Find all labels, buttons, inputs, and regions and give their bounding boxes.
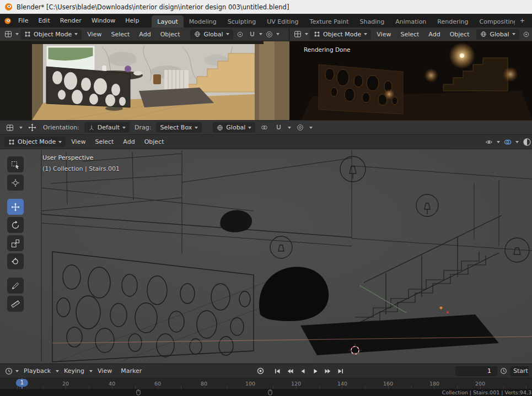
proportional-editing-icon[interactable] — [264, 30, 275, 39]
move-tool[interactable] — [7, 199, 24, 215]
current-frame-field[interactable]: 1 — [455, 366, 497, 376]
preview-viewports: › ‹› — [0, 41, 532, 120]
main-3d-viewport[interactable]: User Perspective (1) Collection | Stairs… — [0, 149, 532, 364]
menu-object[interactable]: Object — [141, 137, 168, 147]
clock-icon[interactable] — [498, 366, 509, 376]
chevron-down-icon[interactable] — [497, 141, 500, 143]
tab-animation[interactable]: Animation — [390, 15, 432, 28]
chevron-down-icon[interactable] — [288, 127, 291, 129]
jump-to-start-icon[interactable] — [272, 366, 283, 376]
tab-texture-paint[interactable]: Texture Paint — [304, 15, 354, 28]
start-frame-field[interactable]: Start — [510, 366, 529, 376]
transform-tool[interactable] — [7, 253, 24, 269]
active-collection-label: (1) Collection | Stairs.001 — [42, 165, 120, 172]
drag-dropdown[interactable]: Select Box — [156, 122, 202, 133]
menu-add[interactable]: Add — [135, 30, 154, 39]
mouse-icon — [268, 389, 272, 396]
snap-target-icon[interactable] — [259, 123, 270, 132]
menu-render[interactable]: Render — [55, 15, 87, 26]
menu-playback[interactable]: Playback — [20, 366, 55, 376]
shading-sphere-icon[interactable] — [521, 137, 532, 148]
tab-uv-editing[interactable]: UV Editing — [261, 15, 304, 28]
tab-rendering[interactable]: Rendering — [432, 15, 474, 28]
menu-add[interactable]: Add — [119, 137, 138, 147]
mode-dropdown[interactable]: Object Mode — [20, 29, 82, 40]
render-preview-night[interactable]: Rendering Done — [289, 41, 532, 120]
chevron-down-icon[interactable] — [15, 33, 19, 35]
current-frame-marker[interactable]: 1 — [16, 379, 28, 387]
overlays-icon[interactable] — [502, 137, 513, 147]
chevron-down-icon[interactable] — [15, 370, 19, 372]
mode-dropdown[interactable]: Object Mode — [4, 137, 66, 147]
tab-compositing[interactable]: Compositing — [474, 15, 515, 28]
tab-modeling[interactable]: Modeling — [184, 15, 222, 28]
tab-shading[interactable]: Shading — [354, 15, 390, 28]
box-select-tool[interactable] — [7, 156, 24, 172]
top-menubar: File Edit Render Window Help Layout Mode… — [0, 14, 532, 28]
menu-object[interactable]: Object — [446, 30, 474, 39]
auto-keying-icon[interactable] — [255, 366, 266, 376]
orientation-label: Global — [490, 31, 509, 38]
mouse-icon — [136, 389, 141, 396]
add-workspace-button[interactable]: + — [515, 17, 530, 24]
menu-window[interactable]: Window — [87, 15, 120, 26]
scene-stats: Collection | Stairs.001 | Verts:94,3 — [442, 389, 532, 395]
pivot-point-icon[interactable] — [235, 30, 245, 39]
globe-icon — [217, 124, 223, 131]
blender-menu-icon[interactable] — [2, 16, 13, 26]
chevron-down-icon[interactable] — [19, 127, 23, 129]
jump-to-end-icon[interactable] — [335, 366, 346, 376]
magnet-icon[interactable] — [247, 30, 257, 39]
chevron-down-icon[interactable] — [305, 33, 308, 35]
menu-view[interactable]: View — [373, 30, 395, 39]
tool-settings-header: Orientation: Default Drag: Select Box Gl… — [0, 120, 532, 135]
clock-icon[interactable] — [3, 366, 14, 376]
menu-select[interactable]: Select — [91, 137, 117, 147]
menu-select[interactable]: Select — [396, 30, 423, 39]
editor-type-icon[interactable] — [4, 123, 15, 133]
menu-object[interactable]: Object — [157, 30, 184, 39]
editor-type-icon[interactable] — [292, 29, 303, 39]
orientation-dropdown[interactable]: Default — [84, 122, 130, 133]
previous-keyframe-icon[interactable] — [284, 366, 295, 376]
editor-type-icon[interactable] — [3, 29, 14, 39]
chevron-down-icon[interactable] — [259, 33, 262, 35]
render-preview-day[interactable] — [0, 41, 289, 120]
active-tool-move-icon[interactable] — [26, 122, 38, 133]
timeline-ruler[interactable]: 20 40 60 80 100 120 140 160 180 200 1 — [0, 378, 532, 389]
menu-keying[interactable]: Keying — [60, 366, 88, 376]
menu-view[interactable]: View — [83, 30, 105, 39]
scale-tool[interactable] — [7, 235, 24, 251]
proportional-editing-icon[interactable] — [295, 123, 305, 132]
rotate-tool[interactable] — [7, 217, 24, 233]
menu-help[interactable]: Help — [120, 15, 144, 26]
transform-orientation-dropdown[interactable]: Global — [190, 29, 233, 40]
view-perspective-label: User Perspective — [42, 154, 93, 161]
pivot-point-icon[interactable] — [521, 30, 531, 39]
next-keyframe-icon[interactable] — [323, 366, 334, 376]
visibility-eye-icon[interactable] — [483, 137, 495, 147]
transform-orientation-dropdown[interactable]: Global — [476, 29, 519, 40]
cursor-tool[interactable] — [7, 175, 24, 191]
chevron-down-icon — [512, 33, 515, 35]
object-mode-icon — [8, 139, 15, 145]
transform-orientation-dropdown[interactable]: Global — [213, 122, 255, 133]
menu-view[interactable]: View — [94, 366, 116, 376]
annotate-tool[interactable] — [7, 278, 24, 294]
play-reverse-icon[interactable] — [297, 366, 308, 376]
play-icon[interactable] — [310, 366, 321, 376]
chevron-down-icon[interactable] — [276, 33, 280, 35]
menu-edit[interactable]: Edit — [33, 15, 55, 26]
tab-layout[interactable]: Layout — [152, 15, 183, 28]
menu-file[interactable]: File — [13, 15, 33, 26]
menu-view[interactable]: View — [67, 137, 89, 147]
menu-marker[interactable]: Marker — [117, 366, 146, 376]
magnet-icon[interactable] — [273, 123, 284, 132]
measure-tool[interactable] — [7, 296, 24, 312]
menu-add[interactable]: Add — [424, 30, 444, 39]
tab-sculpting[interactable]: Sculpting — [222, 15, 261, 28]
mode-dropdown[interactable]: Object Mode — [310, 29, 371, 40]
chevron-down-icon[interactable] — [309, 127, 313, 129]
menu-select[interactable]: Select — [107, 30, 133, 39]
chevron-down-icon[interactable] — [515, 141, 519, 143]
